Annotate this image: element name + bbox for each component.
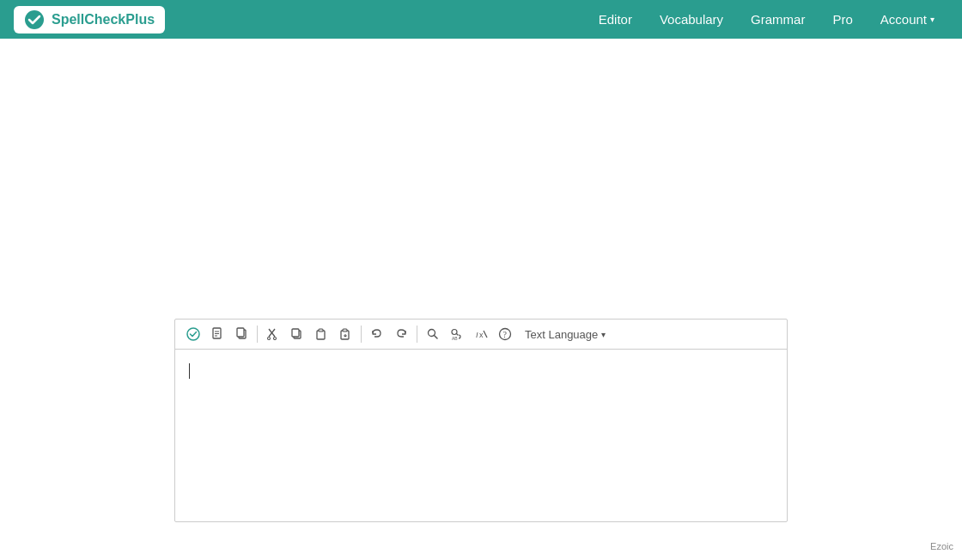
copy-doc-button[interactable] <box>230 323 253 345</box>
find-button[interactable] <box>422 323 444 345</box>
svg-rect-15 <box>319 329 323 332</box>
text-language-button[interactable]: Text Language ▾ <box>518 325 612 344</box>
nav-editor[interactable]: Editor <box>599 12 632 27</box>
svg-text:I: I <box>476 331 478 339</box>
copy-doc-icon <box>234 327 248 341</box>
redo-icon <box>394 327 408 341</box>
svg-rect-13 <box>292 329 299 337</box>
svg-line-24 <box>456 333 458 335</box>
editor-area[interactable] <box>175 350 787 521</box>
editor-container: AB I x ? Text Language <box>174 319 788 522</box>
new-doc-button[interactable] <box>206 323 228 345</box>
svg-point-10 <box>268 338 271 340</box>
svg-point-1 <box>187 328 199 340</box>
help-button[interactable]: ? <box>494 323 516 345</box>
copy-button[interactable] <box>286 323 308 345</box>
svg-text:?: ? <box>503 330 508 339</box>
cut-button[interactable] <box>262 323 284 345</box>
navbar: SpellCheckPlus Editor Vocabulary Grammar… <box>0 0 962 39</box>
editor-toolbar: AB I x ? Text Language <box>175 320 787 350</box>
svg-line-22 <box>435 336 438 339</box>
redo-button[interactable] <box>390 323 412 345</box>
nav-account-caret: ▾ <box>930 15 935 24</box>
ezoic-placeholder: Ezoic <box>930 541 953 551</box>
new-doc-icon <box>210 327 224 341</box>
nav-vocabulary[interactable]: Vocabulary <box>660 12 723 27</box>
find-icon <box>426 327 440 341</box>
find-replace-icon: AB <box>450 327 464 341</box>
text-language-label: Text Language <box>525 328 598 341</box>
svg-text:AB: AB <box>452 336 458 341</box>
svg-point-11 <box>274 338 277 340</box>
svg-rect-7 <box>237 328 244 337</box>
separator-3 <box>417 326 417 343</box>
undo-button[interactable] <box>366 323 388 345</box>
separator-2 <box>361 326 362 343</box>
nav-account-label: Account <box>880 12 927 27</box>
brand-icon <box>24 9 45 30</box>
separator-1 <box>257 326 258 343</box>
help-icon: ? <box>498 327 512 341</box>
paste-icon <box>314 327 328 341</box>
ezoic-label: Ezoic <box>930 541 953 551</box>
undo-icon <box>370 327 384 341</box>
paste-button[interactable] <box>310 323 332 345</box>
svg-point-0 <box>25 10 44 29</box>
paste-special-icon <box>338 327 352 341</box>
brand-logo[interactable]: SpellCheckPlus <box>14 6 165 33</box>
clear-format-icon: I x <box>474 327 488 341</box>
main-content: AB I x ? Text Language <box>0 39 962 560</box>
copy-icon <box>290 327 304 341</box>
nav-pro[interactable]: Pro <box>832 12 852 27</box>
nav-links: Editor Vocabulary Grammar Pro Account ▾ <box>599 12 935 27</box>
spellcheck-icon <box>186 327 200 341</box>
svg-text:x: x <box>479 331 484 339</box>
svg-line-28 <box>484 331 487 338</box>
editor-cursor <box>189 363 190 379</box>
nav-grammar[interactable]: Grammar <box>751 12 805 27</box>
find-replace-button[interactable]: AB <box>446 323 468 345</box>
brand-name: SpellCheckPlus <box>52 12 155 27</box>
paste-special-button[interactable] <box>334 323 356 345</box>
text-language-caret: ▾ <box>601 330 606 339</box>
svg-rect-17 <box>343 329 347 332</box>
nav-account[interactable]: Account ▾ <box>880 12 935 27</box>
clear-format-button[interactable]: I x <box>470 323 492 345</box>
spellcheck-button[interactable] <box>182 323 204 345</box>
cut-icon <box>266 327 280 341</box>
